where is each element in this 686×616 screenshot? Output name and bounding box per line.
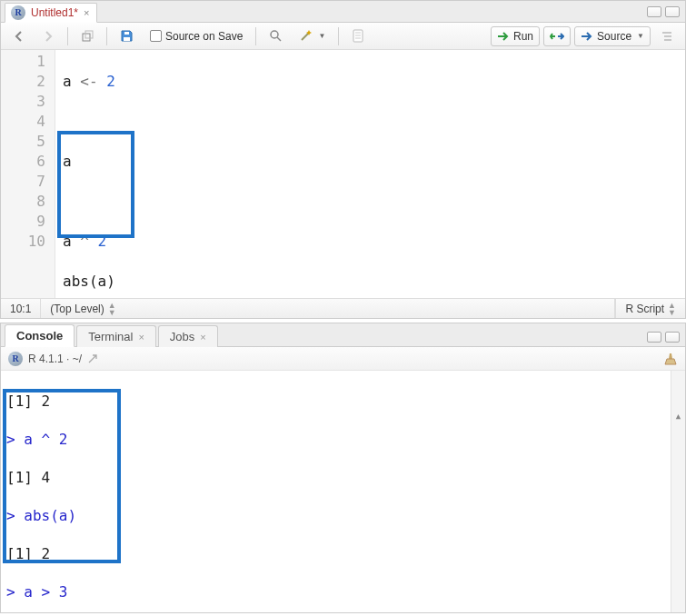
editor-toolbar: Source on Save ▼ Run (1, 23, 685, 50)
tab-terminal[interactable]: Terminal × (76, 325, 156, 347)
save-button[interactable] (114, 26, 140, 46)
console-line: [1] 2 (6, 392, 680, 411)
chevron-down-icon: ▼ (318, 32, 325, 40)
line-number: 1 (1, 52, 45, 72)
outline-icon (661, 30, 673, 43)
svg-rect-2 (124, 37, 130, 41)
source-arrow-icon (581, 31, 593, 42)
language-selector[interactable]: R Script ▲▼ (615, 299, 685, 318)
line-number: 5 (1, 132, 45, 152)
close-icon[interactable]: × (138, 332, 144, 343)
code-tools-button[interactable]: ▼ (293, 26, 332, 46)
popout-icon[interactable] (87, 353, 98, 364)
console-line: [1] 4 (6, 468, 680, 487)
editor-tab-untitled[interactable]: R Untitled1* × (5, 3, 97, 23)
tab-jobs-label: Jobs (170, 330, 194, 343)
source-button[interactable]: Source ▼ (574, 26, 651, 46)
code-token: 2 (106, 73, 115, 90)
console-line: [1] 2 (6, 544, 680, 563)
tab-console[interactable]: Console (5, 324, 75, 347)
editor-tab-title: Untitled1* (31, 6, 78, 19)
updown-icon: ▲▼ (108, 302, 116, 316)
compile-report-button[interactable] (345, 26, 371, 46)
magic-wand-icon (299, 29, 313, 43)
code-token: (a) (89, 273, 115, 290)
back-button[interactable] (6, 26, 32, 46)
editor-pane: R Untitled1* × (0, 0, 686, 319)
svg-point-4 (271, 31, 278, 38)
source-on-save-label: Source on Save (165, 30, 243, 43)
line-number: 9 (1, 212, 45, 232)
console-header-label: R 4.1.1 · ~/ (28, 353, 82, 365)
minimize-pane-button[interactable] (647, 6, 661, 17)
close-icon[interactable]: × (84, 7, 89, 18)
line-number: 8 (1, 192, 45, 212)
separator (67, 27, 68, 45)
code-token: 2 (98, 233, 107, 250)
svg-rect-3 (124, 32, 129, 35)
scope-label: (Top Level) (50, 303, 104, 315)
arrow-right-icon (42, 30, 55, 43)
arrow-left-icon (13, 30, 25, 43)
code-token: a (63, 153, 72, 170)
svg-line-6 (302, 33, 309, 40)
console-line: > a > 3 (6, 582, 680, 601)
close-icon[interactable]: × (200, 332, 205, 343)
updown-icon: ▲▼ (668, 302, 676, 316)
outline-button[interactable] (654, 26, 680, 46)
clear-console-button[interactable] (663, 352, 678, 366)
scroll-up-icon[interactable]: ▲ (671, 409, 685, 423)
rerun-button[interactable] (543, 26, 571, 46)
vertical-scrollbar[interactable]: ▲ (671, 371, 685, 612)
line-number: 10 (1, 232, 45, 252)
code-area[interactable]: a <- 2 a a ^ 2 abs(a) a > 3 a < 1 (55, 50, 685, 298)
code-token: a (63, 233, 72, 250)
pane-window-controls (647, 6, 685, 17)
console-line: > a ^ 2 (6, 430, 680, 449)
scope-selector[interactable]: (Top Level) ▲▼ (41, 299, 615, 318)
r-logo-icon: R (11, 5, 25, 20)
maximize-pane-button[interactable] (665, 6, 680, 17)
editor-statusbar: 10:1 (Top Level) ▲▼ R Script ▲▼ (1, 298, 685, 318)
language-label: R Script (625, 303, 664, 315)
chevron-down-icon: ▼ (637, 32, 644, 40)
separator (338, 27, 339, 45)
source-on-save-toggle[interactable]: Source on Save (144, 26, 249, 46)
tab-terminal-label: Terminal (88, 330, 133, 343)
svg-line-5 (277, 37, 281, 41)
console-header: R R 4.1.1 · ~/ (1, 347, 685, 371)
tab-console-label: Console (16, 329, 63, 343)
run-arrow-icon (497, 31, 510, 42)
source-label: Source (597, 30, 631, 43)
notebook-icon (352, 29, 364, 43)
separator (106, 27, 107, 45)
code-token: a (63, 73, 72, 90)
run-label: Run (513, 30, 533, 43)
console-pane: Console Terminal × Jobs × R R 4.1.1 · ~/… (0, 323, 686, 613)
console-line: > abs(a) (6, 506, 680, 525)
console-output[interactable]: [1] 2 > a ^ 2 [1] 4 > abs(a) [1] 2 > a >… (1, 371, 685, 612)
magnifier-icon (269, 29, 283, 43)
rerun-icon (550, 31, 564, 42)
run-button[interactable]: Run (491, 26, 540, 46)
console-tabstrip: Console Terminal × Jobs × (1, 323, 685, 347)
minimize-pane-button[interactable] (647, 332, 661, 343)
code-token: ^ (80, 233, 89, 250)
svg-rect-0 (83, 34, 90, 41)
find-button[interactable] (263, 26, 289, 46)
tab-jobs[interactable]: Jobs × (158, 325, 218, 347)
popout-icon (81, 30, 94, 43)
forward-button[interactable] (35, 26, 61, 46)
svg-rect-1 (85, 31, 93, 38)
code-editor[interactable]: 1 2 3 4 5 6 7 8 9 10 a <- 2 a a ^ 2 abs(… (1, 50, 685, 298)
cursor-position: 10:1 (1, 299, 41, 318)
code-token: <- (80, 73, 97, 90)
checkbox-icon (150, 30, 162, 42)
cursor-position-label: 10:1 (10, 303, 31, 315)
line-gutter: 1 2 3 4 5 6 7 8 9 10 (1, 50, 55, 298)
line-number: 3 (1, 92, 45, 112)
show-in-new-window-button[interactable] (75, 26, 100, 46)
line-number: 4 (1, 112, 45, 132)
maximize-pane-button[interactable] (665, 332, 680, 343)
r-logo-icon: R (8, 352, 23, 366)
